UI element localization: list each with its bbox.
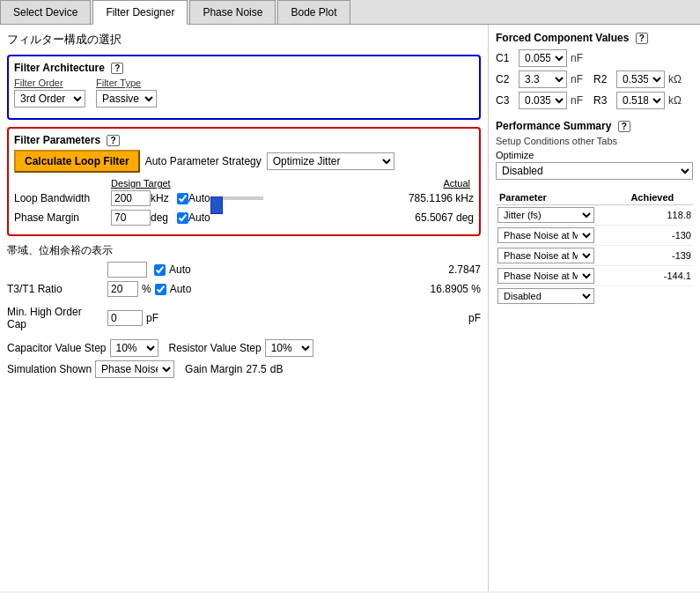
res-step-select[interactable]: 10%1%5%20% <box>265 339 313 357</box>
misc-row-1: Auto 2.7847 <box>7 262 481 278</box>
perf-row-2-param: Phase Noise at MI <box>496 246 627 266</box>
loop-bandwidth-auto-label: Auto <box>188 192 210 204</box>
gain-margin-unit: dB <box>270 363 284 375</box>
simulation-label: Simulation Shown <box>7 363 92 375</box>
japanese-small-note: 帯域、位相余裕の表示 <box>7 243 481 258</box>
calculate-loop-filter-button[interactable]: Calculate Loop Filter <box>14 150 140 173</box>
c1-row: C1 0.055 nF <box>496 49 693 67</box>
perf-row-3-achieved: -144.1 <box>627 266 693 286</box>
misc-1-auto-checkbox[interactable] <box>154 264 166 276</box>
performance-summary-section: Performance Summary ? Setup Conditions o… <box>496 120 693 306</box>
tab-phase-noise[interactable]: Phase Noise <box>189 0 276 24</box>
loop-bandwidth-slider-thumb[interactable] <box>210 196 223 214</box>
forced-components-help-icon[interactable]: ? <box>636 33 648 44</box>
phase-margin-auto-checkbox[interactable] <box>177 212 188 224</box>
perf-row-2-achieved: -139 <box>627 246 693 266</box>
r2-label: R2 <box>593 73 613 85</box>
perf-row-3: Phase Noise at MI -144.1 <box>496 266 693 286</box>
japanese-title: フィルター構成の選択 <box>7 32 481 48</box>
perf-row-1-param: Phase Noise at MI <box>496 226 627 246</box>
t3t1-actual: 16.8905 % <box>431 283 481 295</box>
loop-bandwidth-label: Loop Bandwidth <box>14 192 111 204</box>
r3-unit: kΩ <box>668 94 688 107</box>
phase-margin-input[interactable] <box>111 210 151 226</box>
loop-bandwidth-row: Loop Bandwidth kHz Auto 785.1196 kHz <box>14 190 474 206</box>
c1-label: C1 <box>496 52 515 64</box>
loop-bandwidth-input[interactable] <box>111 190 151 206</box>
simulation-select[interactable]: Phase NoiseBode Plot <box>95 360 174 378</box>
cap-step-select[interactable]: 10%1%5%20% <box>110 339 158 357</box>
optimize-select[interactable]: DisabledEnable <box>496 162 693 180</box>
filter-order-col: Filter Order 3rd Order 1st Order 2nd Ord… <box>14 78 85 107</box>
phase-margin-row: Phase Margin deg Auto 65.5067 deg <box>14 210 474 226</box>
filter-options-row: Filter Order 3rd Order 1st Order 2nd Ord… <box>14 78 474 107</box>
misc-1-auto-label: Auto <box>169 263 191 276</box>
c2-label: C2 <box>496 73 515 85</box>
perf-row-4-select[interactable]: Disabled <box>497 288 594 304</box>
performance-help-icon[interactable]: ? <box>618 121 630 132</box>
tab-bode-plot[interactable]: Bode Plot <box>277 0 350 24</box>
left-panel: フィルター構成の選択 Filter Architecture ? Filter … <box>0 25 489 591</box>
c1-unit: nF <box>571 52 590 64</box>
c2-r2-row: C2 3.3 nF R2 0.535 kΩ <box>496 70 693 88</box>
r3-label: R3 <box>593 94 613 107</box>
perf-row-0: Jitter (fs) 118.8 <box>496 205 693 226</box>
perf-row-4-achieved <box>627 286 693 307</box>
optimize-label: Optimize <box>496 150 693 160</box>
perf-row-0-achieved: 118.8 <box>627 205 693 226</box>
c2-unit: nF <box>571 73 590 85</box>
perf-row-3-select[interactable]: Phase Noise at MI <box>497 268 594 284</box>
tab-select-device[interactable]: Select Device <box>0 0 91 24</box>
filter-type-label: Filter Type <box>96 78 157 88</box>
main-content: フィルター構成の選択 Filter Architecture ? Filter … <box>0 25 700 591</box>
r3-value-select[interactable]: 0.518 <box>616 92 665 109</box>
cap-res-step-row: Capacitor Value Step 10%1%5%20% Resistor… <box>7 339 481 357</box>
actual-header: Actual <box>443 178 474 189</box>
filter-architecture-box: Filter Architecture ? Filter Order 3rd O… <box>7 55 481 120</box>
r2-value-select[interactable]: 0.535 <box>616 70 665 88</box>
perf-row-4-param: Disabled <box>496 286 627 307</box>
performance-table: Parameter Achieved Jitter (fs) 118.8 <box>496 190 693 306</box>
misc-1-input[interactable] <box>107 262 147 278</box>
t3t1-input[interactable] <box>107 281 138 297</box>
perf-row-0-select[interactable]: Jitter (fs) <box>497 207 594 223</box>
filter-parameters-box: Filter Parameters ? Calculate Loop Filte… <box>7 127 481 236</box>
perf-row-4: Disabled <box>496 286 693 307</box>
design-header: Design Target <box>111 178 443 189</box>
perf-row-1: Phase Noise at MI -130 <box>496 226 693 246</box>
phase-margin-actual: 65.5067 deg <box>415 211 474 224</box>
filter-type-select[interactable]: Passive Active <box>96 90 157 107</box>
perf-row-2-select[interactable]: Phase Noise at MI <box>497 248 594 263</box>
gain-margin-value: 27.5 <box>246 363 266 375</box>
filter-type-col: Filter Type Passive Active <box>96 78 157 107</box>
loop-bandwidth-slider-track[interactable] <box>210 196 263 200</box>
perf-row-0-param: Jitter (fs) <box>496 205 627 226</box>
filter-order-select[interactable]: 3rd Order 1st Order 2nd Order 4th Order <box>14 90 85 107</box>
t3t1-auto-label: Auto <box>170 283 192 295</box>
perf-row-3-param: Phase Noise at MI <box>496 266 627 286</box>
min-high-order-input[interactable] <box>107 310 143 326</box>
min-high-order-unit: pF <box>146 312 158 324</box>
loop-bandwidth-unit: kHz <box>151 192 177 204</box>
loop-bandwidth-actual: 785.1196 kHz <box>409 192 474 204</box>
c3-value-select[interactable]: 0.035 <box>519 92 567 109</box>
min-high-order-label: Min. High Order Cap <box>7 306 104 330</box>
auto-strategy-select[interactable]: Optimize Jitter Optimize Phase Noise <box>267 152 394 170</box>
tab-filter-designer[interactable]: Filter Designer <box>92 0 188 25</box>
performance-title: Performance Summary ? <box>496 120 693 132</box>
t3t1-unit: % <box>142 283 151 295</box>
phase-margin-auto-label: Auto <box>188 211 210 224</box>
parameters-help-icon[interactable]: ? <box>107 135 119 146</box>
architecture-help-icon[interactable]: ? <box>111 63 123 74</box>
t3t1-auto-checkbox[interactable] <box>155 284 166 295</box>
phase-margin-label: Phase Margin <box>14 211 111 224</box>
cap-step-label: Capacitor Value Step <box>7 342 107 354</box>
c2-value-select[interactable]: 3.3 <box>519 70 567 88</box>
col-achieved-header: Achieved <box>627 190 693 205</box>
perf-row-1-select[interactable]: Phase Noise at MI <box>497 227 594 243</box>
auto-strategy-row: Calculate Loop Filter Auto Parameter Str… <box>14 150 474 173</box>
design-actual-header: Design Target Actual <box>111 178 474 189</box>
res-step-label: Resistor Value Step <box>169 342 262 354</box>
loop-bandwidth-auto-checkbox[interactable] <box>177 193 188 204</box>
c1-value-select[interactable]: 0.055 <box>519 49 567 67</box>
